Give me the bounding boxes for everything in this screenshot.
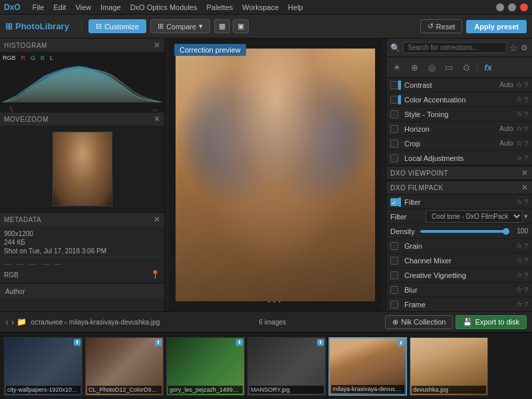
favorites-icon[interactable]: ☆ — [509, 43, 518, 53]
filesize-row: 244 КБ — [4, 239, 160, 246]
menu-image[interactable]: Image — [100, 3, 121, 11]
viewpoint-close[interactable]: ✕ — [521, 168, 529, 178]
creative-vig-checkbox[interactable] — [390, 271, 398, 279]
vignette-icon-btn[interactable]: ⊙ — [458, 60, 474, 74]
density-slider-thumb[interactable] — [503, 228, 509, 235]
menu-view[interactable]: View — [75, 3, 91, 11]
channel-mixer-help[interactable]: ? — [524, 257, 528, 265]
settings-icon[interactable]: ⚙ — [521, 43, 528, 53]
frame-star[interactable]: ☆ — [516, 300, 523, 309]
histogram-section: HISTOGRAM ✕ RGB R G B L — [0, 39, 164, 112]
minimize-button[interactable] — [496, 3, 504, 11]
frame-checkbox[interactable] — [390, 301, 398, 309]
grid-view-button[interactable]: ▦ — [214, 19, 230, 33]
menu-workspace[interactable]: Workspace — [242, 3, 279, 11]
blur-checkbox[interactable] — [390, 286, 398, 294]
thumb-label-4: milaya-krasivaya-devushk... — [331, 385, 404, 393]
maximize-button[interactable] — [508, 3, 516, 11]
local-adj-checkbox[interactable] — [390, 154, 398, 162]
contrast-star[interactable]: ☆ — [516, 80, 523, 89]
style-toning-checkbox[interactable] — [390, 110, 398, 118]
color-accentuation-item: Color Accentuation ☆ ? — [386, 92, 532, 107]
export-button[interactable]: 💾 Export to disk — [456, 315, 527, 329]
crop-help[interactable]: ? — [524, 140, 528, 148]
grain-checkbox[interactable] — [390, 242, 398, 250]
fx-icon-btn[interactable]: fx — [480, 60, 496, 74]
color-acc-star[interactable]: ☆ — [516, 95, 523, 104]
color-accentuation-checkbox[interactable] — [390, 96, 398, 104]
center-photo-area[interactable]: Correction preview ... — [169, 39, 382, 311]
color-icon-btn[interactable]: ⊕ — [406, 60, 422, 74]
creative-vig-help[interactable]: ? — [524, 271, 528, 279]
crop-checkbox[interactable] — [390, 140, 398, 148]
right-panel: 🔍 ☆ ⚙ ☀ ⊕ ◎ ▭ ⊙ fx Contrast Auto ☆ ? — [386, 39, 532, 311]
filter-dropdown[interactable]: Cool tone - DxO FilmPack — [426, 210, 523, 223]
style-toning-label: Style - Toning — [404, 110, 516, 118]
grain-star[interactable]: ☆ — [516, 241, 523, 250]
horizon-star[interactable]: ☆ — [516, 124, 523, 133]
filmstrip-item-3[interactable]: ⬆ MANSORY.jpg — [247, 337, 326, 396]
single-view-button[interactable]: ▣ — [233, 19, 249, 33]
horizon-auto: Auto — [499, 125, 513, 132]
filmstrip-item-0[interactable]: ⬆ city-wallpapers-1920x108... — [4, 337, 82, 396]
filter-label: Filter — [404, 198, 516, 206]
menu-help[interactable]: Help — [288, 3, 303, 11]
customize-button[interactable]: ⊟ Customize — [88, 19, 146, 33]
metadata-close[interactable]: ✕ — [154, 215, 161, 224]
rp-separator — [477, 62, 477, 72]
creative-vig-star[interactable]: ☆ — [516, 271, 523, 279]
geometry-icon-btn[interactable]: ▭ — [441, 60, 457, 74]
local-adj-help[interactable]: ? — [524, 154, 528, 162]
movezoom-thumbnail[interactable] — [53, 132, 112, 206]
density-slider-track[interactable] — [420, 230, 508, 233]
filter-help[interactable]: ? — [524, 198, 528, 206]
movezoom-area[interactable] — [0, 126, 164, 212]
correction-preview-badge: Correction preview — [174, 44, 246, 56]
local-adj-star[interactable]: ☆ — [516, 154, 523, 162]
apply-preset-button[interactable]: Apply preset — [466, 20, 527, 33]
crop-star[interactable]: ☆ — [516, 139, 523, 148]
filmstrip-item-1[interactable]: ⬆ CL_PhotoD12_ColorD9_A... — [85, 337, 164, 396]
filmstrip-item-4[interactable]: ⬆ milaya-krasivaya-devushk... — [329, 337, 407, 396]
blur-star[interactable]: ☆ — [516, 285, 523, 294]
style-help[interactable]: ? — [524, 110, 528, 118]
contrast-help[interactable]: ? — [524, 81, 528, 89]
movezoom-close[interactable]: ✕ — [154, 114, 161, 124]
frame-help[interactable]: ? — [524, 301, 528, 309]
light-icon-btn[interactable]: ☀ — [389, 60, 405, 74]
menu-dxo-optics[interactable]: DxO Optics Modules — [130, 3, 198, 11]
nik-collection-button[interactable]: ⊕ Nik Collection — [385, 315, 453, 329]
channel-mixer-checkbox[interactable] — [390, 257, 398, 265]
menu-edit[interactable]: Edit — [53, 3, 66, 11]
filter-star[interactable]: ☆ — [516, 198, 523, 206]
style-star[interactable]: ☆ — [516, 110, 523, 118]
detail-icon-btn[interactable]: ◎ — [424, 60, 440, 74]
nav-left-button[interactable]: ‹ — [5, 317, 9, 327]
menu-file[interactable]: File — [33, 3, 45, 11]
creative-vig-bar — [398, 271, 401, 280]
crop-label: Crop — [404, 140, 499, 148]
filmpack-close[interactable]: ✕ — [521, 183, 529, 192]
reset-button[interactable]: ↺ Reset — [420, 19, 463, 33]
filmstrip-item-2[interactable]: ⬆ gory_les_pejzazh_149986_... — [166, 337, 245, 396]
nav-right-button[interactable]: › — [11, 317, 15, 327]
search-input[interactable] — [403, 42, 507, 53]
channel-mixer-item: Channel Mixer ☆ ? — [386, 253, 532, 268]
horizon-help[interactable]: ? — [524, 125, 528, 133]
menu-palettes[interactable]: Palettes — [207, 3, 233, 11]
grain-help[interactable]: ? — [524, 242, 528, 250]
histogram-close[interactable]: ✕ — [154, 41, 161, 50]
exif-dash-2: — — [17, 259, 24, 267]
blur-help[interactable]: ? — [524, 286, 528, 294]
color-acc-help[interactable]: ? — [524, 96, 528, 104]
compare-button[interactable]: ⊞ Compare ▾ — [150, 19, 210, 33]
close-button[interactable] — [520, 3, 528, 11]
horizon-checkbox[interactable] — [390, 125, 398, 133]
filter-checkbox[interactable] — [390, 198, 398, 206]
filmstrip-item-5[interactable]: devushka.jpg — [410, 337, 488, 396]
contrast-item: Contrast Auto ☆ ? — [386, 78, 532, 92]
density-value: 100 — [511, 227, 528, 235]
exif-dash-5: — — [55, 259, 62, 267]
channel-mixer-star[interactable]: ☆ — [516, 256, 523, 265]
contrast-checkbox[interactable] — [390, 81, 398, 89]
